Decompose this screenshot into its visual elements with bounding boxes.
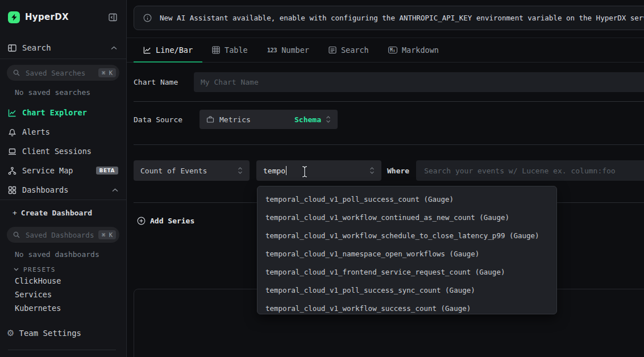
tab-number[interactable]: 123 Number: [257, 38, 319, 62]
data-source-select[interactable]: Metrics Schema: [200, 110, 338, 129]
chevron-up-icon[interactable]: [111, 46, 117, 50]
presets-header-label: PRESETS: [23, 266, 56, 273]
chevron-updown-icon: [238, 167, 243, 174]
create-dashboard-label: Create Dashboard: [21, 209, 92, 217]
sidebar-item-dashboards[interactable]: Dashboards: [0, 180, 126, 200]
tab-label: Number: [281, 45, 309, 55]
no-saved-searches-text: No saved searches: [15, 88, 126, 97]
divider: [134, 101, 644, 102]
nav-label: Service Map: [22, 166, 73, 175]
preset-clickhouse[interactable]: ClickHouse: [0, 274, 126, 288]
search-section-icon: [8, 44, 16, 52]
grid-icon: [8, 186, 16, 194]
metric-option[interactable]: temporal_cloud_v1_workflow_continued_as_…: [257, 209, 556, 227]
sidebar-collapse-icon[interactable]: [109, 13, 117, 22]
sidebar-item-team-settings[interactable]: ⚙ Team Settings: [0, 327, 126, 339]
saved-dashboards-input[interactable]: ⌘ K: [7, 227, 119, 243]
circle-plus-icon: [137, 217, 146, 225]
markdown-icon: M↓: [388, 47, 397, 54]
line-chart-icon: [143, 46, 151, 54]
nav-label: Dashboards: [22, 185, 68, 194]
search-icon: [13, 69, 20, 76]
gear-icon: ⚙: [7, 329, 14, 338]
no-saved-dashboards-text: No saved dashboards: [15, 250, 126, 259]
create-dashboard-button[interactable]: + Create Dashboard: [0, 205, 126, 221]
divider: [8, 350, 116, 350]
nav-label: Chart Explorer: [22, 108, 87, 117]
chart-name-input[interactable]: [194, 72, 644, 92]
tab-markdown[interactable]: M↓ Markdown: [379, 38, 448, 62]
sidebar-item-search[interactable]: Search: [0, 42, 126, 53]
sidebar-item-alerts[interactable]: Alerts: [0, 122, 126, 142]
chart-name-label: Chart Name: [134, 78, 187, 86]
list-icon: [329, 46, 336, 54]
metric-option[interactable]: temporal_cloud_v1_workflow_schedule_to_c…: [257, 227, 556, 245]
text-caret: [286, 166, 286, 175]
metric-suggestions-dropdown: temporal_cloud_v1_poll_success_count (Ga…: [257, 186, 557, 314]
chevron-down-icon: [14, 268, 19, 271]
metric-query-text: tempo: [263, 167, 285, 175]
chart-type-tabs: Line/Bar Table 123 Number Search M↓ Mark…: [127, 38, 644, 63]
saved-dashboards-field[interactable]: [24, 230, 98, 240]
number-123-icon: 123: [267, 47, 277, 53]
tab-label: Markdown: [402, 45, 439, 55]
plus-icon: +: [13, 209, 17, 217]
metric-option[interactable]: temporal_cloud_v1_workflow_success_count…: [257, 300, 556, 314]
presets-header[interactable]: PRESETS: [14, 265, 126, 274]
chevron-updown-icon: [369, 167, 375, 174]
preset-services[interactable]: Services: [0, 288, 126, 301]
team-settings-label: Team Settings: [19, 329, 81, 338]
banner-text: New AI Assistant available, enable with …: [160, 14, 644, 22]
tab-line-bar[interactable]: Line/Bar: [134, 38, 202, 62]
sidebar: HyperDX Search ⌘ K No saved searches Cha…: [0, 0, 127, 357]
beta-badge: BETA: [96, 167, 118, 175]
tab-label: Search: [341, 45, 369, 55]
hierarchy-icon: [8, 167, 16, 175]
metric-option[interactable]: temporal_cloud_v1_poll_success_count (Ga…: [257, 190, 556, 209]
sidebar-search-label: Search: [22, 43, 51, 52]
tab-label: Table: [225, 45, 248, 55]
chart-line-icon: [8, 109, 16, 117]
where-search-input[interactable]: [416, 160, 644, 181]
sidebar-item-service-map[interactable]: Service Map BETA: [0, 161, 126, 180]
where-label: Where: [387, 167, 409, 175]
database-icon: [206, 115, 214, 123]
metric-combobox[interactable]: tempo: [256, 160, 381, 181]
aggregation-select[interactable]: Count of Events: [134, 160, 250, 181]
chart-name-row: Chart Name: [134, 72, 644, 92]
sidebar-nav: Chart Explorer Alerts Client Sessions Se…: [0, 103, 126, 200]
hyperdx-logo-icon: [8, 11, 20, 23]
main-content: New AI Assistant available, enable with …: [127, 0, 644, 357]
shortcut-badge: ⌘ K: [98, 230, 116, 239]
sidebar-item-client-sessions[interactable]: Client Sessions: [0, 142, 126, 161]
nav-label: Client Sessions: [22, 147, 92, 156]
chevron-up-icon[interactable]: [112, 188, 118, 192]
table-icon: [212, 46, 220, 54]
saved-searches-field[interactable]: [24, 68, 98, 78]
schema-button[interactable]: Schema: [294, 115, 321, 124]
data-source-label: Data Source: [134, 115, 182, 124]
divider: [0, 200, 126, 200]
series-row: Count of Events tempo Where: [134, 160, 644, 181]
sidebar-item-chart-explorer[interactable]: Chart Explorer: [0, 103, 126, 122]
divider: [0, 59, 126, 59]
brand-title: HyperDX: [25, 12, 69, 22]
divider: [134, 144, 644, 145]
saved-searches-input[interactable]: ⌘ K: [7, 65, 119, 81]
metric-option[interactable]: temporal_cloud_v1_frontend_service_reque…: [257, 263, 556, 281]
data-source-value: Metrics: [219, 115, 251, 124]
shortcut-badge: ⌘ K: [98, 68, 116, 77]
add-series-label: Add Series: [150, 217, 194, 225]
tab-table[interactable]: Table: [202, 38, 257, 62]
data-source-row: Data Source Metrics Schema: [134, 110, 644, 129]
tab-search[interactable]: Search: [319, 38, 379, 62]
search-icon: [13, 231, 20, 238]
metric-option[interactable]: temporal_cloud_v1_namespace_open_workflo…: [257, 245, 556, 263]
metric-option[interactable]: temporal_cloud_v1_poll_success_sync_coun…: [257, 281, 556, 300]
preset-kubernetes[interactable]: Kubernetes: [0, 301, 126, 315]
tab-label: Line/Bar: [156, 45, 193, 55]
laptop-icon: [8, 147, 16, 156]
add-series-button[interactable]: Add Series: [137, 213, 194, 229]
chevron-updown-icon: [326, 116, 331, 123]
info-icon: [143, 14, 152, 22]
